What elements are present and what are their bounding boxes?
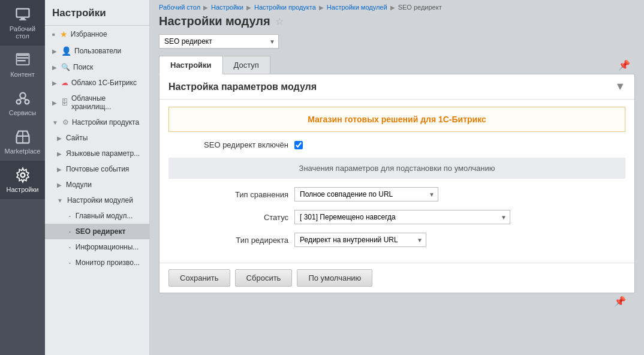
arrow-icon: ▶: [57, 135, 62, 142]
button-row: Сохранить Сбросить По умолчанию: [160, 263, 634, 293]
status-row: Статус [ 301] Перемещено навсегда: [168, 210, 625, 224]
svg-line-11: [23, 98, 27, 100]
arrow-icon: ▶: [52, 48, 57, 55]
sidebar-title: Настройки: [45, 0, 149, 26]
sidebar-item-sites[interactable]: ▶ Сайты: [45, 130, 149, 146]
sidebar-item-modules[interactable]: ▶ Модули: [45, 177, 149, 192]
status-select[interactable]: [ 301] Перемещено навсегда: [294, 210, 510, 224]
redirect-type-select[interactable]: Редирект на внутренний URL: [294, 233, 426, 247]
tab-panel: Настройка параметров модуля ▼ Магазин го…: [159, 74, 635, 293]
seo-enabled-checkbox[interactable]: [294, 141, 303, 149]
user-icon: 👤: [61, 46, 71, 56]
marketplace-banner: Магазин готовых решений для 1С-Битрикс: [168, 107, 625, 132]
arrow-icon: ▶: [52, 80, 57, 86]
svg-rect-4: [17, 57, 28, 58]
bottom-pin[interactable]: 📌: [159, 293, 635, 309]
svg-rect-5: [17, 60, 25, 61]
sidebar-item-cloud-bitrix[interactable]: ▶ ☁ Облако 1С-Битрикс: [45, 75, 149, 91]
redirect-type-label: Тип редиректа: [168, 236, 288, 245]
bullet-icon: •: [69, 245, 71, 250]
page-title: Настройки модуля: [159, 14, 270, 28]
collapse-button[interactable]: ▼: [615, 80, 625, 93]
svg-rect-2: [19, 19, 26, 20]
sidebar-item-monitor[interactable]: • Монитор произво...: [45, 255, 149, 270]
save-button[interactable]: Сохранить: [168, 269, 230, 287]
redirect-type-select-wrapper: Редирект на внутренний URL: [294, 233, 426, 247]
arrow-icon: ▶: [57, 151, 62, 157]
tabs: Настройки Доступ: [159, 56, 270, 74]
svg-point-9: [25, 100, 29, 104]
reset-button[interactable]: Сбросить: [235, 269, 293, 287]
module-select-wrapper: SEO редирект: [159, 34, 279, 49]
storage-icon: 🗄: [61, 98, 68, 107]
bullet-icon: •: [69, 213, 71, 219]
breadcrumb-module-settings[interactable]: Настройки модулей: [327, 4, 387, 11]
module-select-row: SEO редирект: [159, 34, 635, 49]
arrow-icon: ▶: [52, 100, 57, 106]
breadcrumb-sep: ▶: [203, 4, 208, 11]
sidebar-item-cloud-storage[interactable]: ▶ 🗄 Облачные хранилищ...: [45, 91, 149, 115]
breadcrumb-current: SEO редирект: [398, 4, 442, 11]
search-icon: 🔍: [61, 63, 70, 71]
gear-icon: ⚙: [62, 118, 69, 127]
nav-services[interactable]: Сервисы: [0, 84, 45, 122]
nav-desktop[interactable]: Рабочий стол: [0, 0, 45, 46]
compare-type-select-wrapper: Полное совпадение по URL: [294, 187, 438, 201]
bullet-icon: •: [69, 260, 71, 266]
main-content: Рабочий стол ▶ Настройки ▶ Настройки про…: [150, 0, 644, 355]
breadcrumb-sep: ▶: [246, 4, 251, 11]
nav-content[interactable]: Контент: [0, 46, 45, 84]
breadcrumb-sep: ▶: [319, 4, 324, 11]
favorite-star-button[interactable]: ☆: [275, 16, 284, 27]
page-title-row: Настройки модуля ☆: [159, 14, 635, 28]
svg-rect-1: [20, 18, 25, 19]
nav-settings[interactable]: Настройки: [0, 161, 45, 199]
marketplace-link[interactable]: Магазин готовых решений для 1С-Битрикс: [308, 115, 486, 124]
compare-type-row: Тип сравнения Полное совпадение по URL: [168, 187, 625, 201]
arrow-icon: ▶: [57, 166, 62, 173]
panel-title: Настройка параметров модуля: [168, 82, 317, 92]
sidebar-item-main-module[interactable]: • Главный модул...: [45, 208, 149, 224]
sidebar-item-mail-events[interactable]: ▶ Почтовые события: [45, 161, 149, 177]
sidebar-item-seo-redirect[interactable]: • SEO редирект: [45, 224, 149, 239]
redirect-type-row: Тип редиректа Редирект на внутренний URL: [168, 233, 625, 247]
breadcrumb-sep: ▶: [390, 4, 395, 11]
tabs-row: Настройки Доступ 📌: [159, 56, 635, 74]
star-icon: ★: [60, 29, 68, 39]
tabs-and-panel: Настройки Доступ 📌 Настройка параметров …: [159, 56, 635, 293]
cloud-icon: ☁: [61, 79, 68, 87]
sidebar-item-favorites[interactable]: ■ ★ Избранное: [45, 26, 149, 43]
panel-body: Магазин готовых решений для 1С-Битрикс S…: [160, 100, 634, 263]
defaults-section: Значения параметров для подстановки по у…: [168, 158, 625, 179]
seo-enabled-label: SEO редирект включён: [168, 140, 288, 149]
bullet-icon: •: [69, 229, 71, 234]
sidebar: Настройки ■ ★ Избранное ▶ 👤 Пользователи…: [45, 0, 150, 355]
seo-enabled-row: SEO редирект включён: [168, 140, 625, 149]
sidebar-item-info[interactable]: • Информационны...: [45, 239, 149, 255]
arrow-icon: ▶: [57, 182, 62, 188]
nav-marketplace[interactable]: Marketplace: [0, 122, 45, 161]
pin-icon[interactable]: 📌: [613, 57, 635, 73]
svg-line-10: [19, 98, 23, 100]
breadcrumb-settings[interactable]: Настройки: [211, 4, 243, 11]
status-select-wrapper: [ 301] Перемещено навсегда: [294, 210, 510, 224]
default-button[interactable]: По умолчанию: [297, 269, 372, 287]
content-area: Настройки модуля ☆ SEO редирект Настройк…: [150, 14, 644, 355]
svg-point-8: [16, 100, 20, 104]
svg-point-14: [20, 173, 25, 178]
sidebar-item-lang[interactable]: ▶ Языковые параметр...: [45, 146, 149, 161]
breadcrumb: Рабочий стол ▶ Настройки ▶ Настройки про…: [150, 0, 644, 14]
tab-settings[interactable]: Настройки: [159, 56, 223, 74]
sidebar-item-users[interactable]: ▶ 👤 Пользователи: [45, 43, 149, 59]
compare-type-select[interactable]: Полное совпадение по URL: [294, 187, 438, 201]
svg-rect-0: [16, 9, 29, 17]
sidebar-item-search[interactable]: ▶ 🔍 Поиск: [45, 59, 149, 75]
sidebar-item-module-settings[interactable]: ▼ Настройки модулей: [45, 192, 149, 208]
svg-point-7: [20, 93, 25, 98]
tab-access[interactable]: Доступ: [222, 56, 270, 74]
breadcrumb-desktop[interactable]: Рабочий стол: [159, 4, 200, 11]
sidebar-item-product-settings[interactable]: ▼ ⚙ Настройки продукта: [45, 115, 149, 130]
breadcrumb-product-settings[interactable]: Настройки продукта: [254, 4, 316, 11]
module-select[interactable]: SEO редирект: [159, 34, 279, 49]
svg-rect-3: [17, 55, 28, 56]
